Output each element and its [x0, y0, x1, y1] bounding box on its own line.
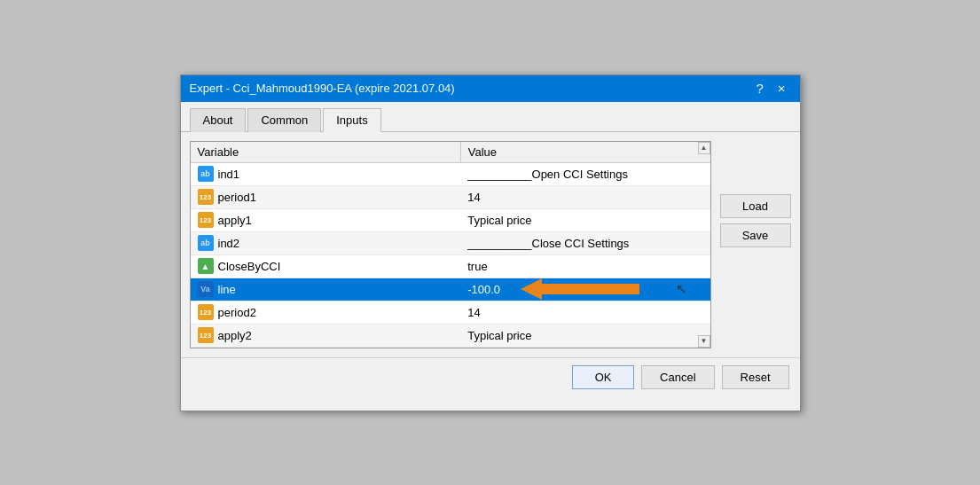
inputs-table-container: Variable Value ab ind1 __________Open CC…: [190, 141, 711, 348]
type-icon: 123: [198, 212, 214, 228]
cell-variable: 123 period1: [191, 185, 461, 208]
type-icon: ab: [198, 235, 214, 251]
type-icon: ab: [198, 166, 214, 182]
side-buttons: Load Save: [720, 141, 791, 348]
close-button[interactable]: ×: [772, 81, 791, 97]
cell-variable: 123 apply1: [191, 208, 461, 231]
cell-value: 14: [460, 301, 710, 324]
help-button[interactable]: ?: [750, 81, 768, 97]
type-icon: 123: [198, 304, 214, 320]
table-row[interactable]: ab ind2 __________Close CCI Settings: [191, 231, 710, 254]
table-scroll[interactable]: Variable Value ab ind1 __________Open CC…: [191, 142, 710, 348]
ok-button[interactable]: OK: [572, 365, 634, 389]
cell-value: true: [460, 254, 710, 278]
cell-variable: ab ind2: [191, 231, 461, 254]
load-button[interactable]: Load: [720, 194, 791, 218]
cell-value: __________Close CCI Settings: [460, 231, 710, 254]
footer: OK Cancel Reset: [181, 357, 800, 396]
table-row[interactable]: 123 period1 14: [191, 185, 710, 208]
cell-value: -100.0 ↖: [460, 278, 710, 301]
table-row[interactable]: 123 apply2 Typical price: [191, 324, 710, 347]
tab-about[interactable]: About: [190, 108, 247, 132]
tab-inputs[interactable]: Inputs: [323, 108, 380, 132]
type-icon: 123: [198, 189, 214, 205]
tabs-bar: About Common Inputs: [181, 102, 800, 132]
scroll-down-arrow[interactable]: ▼: [698, 335, 710, 348]
cell-variable: Va line: [191, 278, 461, 301]
cell-value: __________Open CCI Settings: [460, 162, 710, 185]
cell-value: Typical price: [460, 324, 710, 347]
cell-value: 14: [460, 185, 710, 208]
save-button[interactable]: Save: [720, 223, 791, 247]
title-bar: Expert - Cci_Mahmoud1990-EA (expire 2021…: [181, 75, 800, 102]
cell-value: Typical price: [460, 208, 710, 231]
col-header-value: Value: [460, 142, 710, 163]
reset-button[interactable]: Reset: [722, 365, 789, 389]
cell-variable: ab ind1: [191, 162, 461, 185]
table-row[interactable]: ▲ CloseByCCI true: [191, 254, 710, 278]
tab-common[interactable]: Common: [247, 108, 321, 132]
table-row[interactable]: Va line -100.0 ↖: [191, 278, 710, 301]
col-header-variable: Variable: [191, 142, 461, 163]
cancel-button[interactable]: Cancel: [641, 365, 714, 389]
cell-variable: ▲ CloseByCCI: [191, 254, 461, 278]
title-controls: ? ×: [750, 81, 790, 97]
scroll-up-arrow[interactable]: ▲: [698, 142, 710, 154]
table-row[interactable]: 123 period2 14: [191, 301, 710, 324]
dialog-window: Expert - Cci_Mahmoud1990-EA (expire 2021…: [180, 74, 801, 411]
table-body: ab ind1 __________Open CCI Settings 123 …: [191, 162, 710, 347]
cell-variable: 123 apply2: [191, 324, 461, 347]
table-row[interactable]: 123 apply1 Typical price: [191, 208, 710, 231]
cell-variable: 123 period2: [191, 301, 461, 324]
inputs-table: Variable Value ab ind1 __________Open CC…: [191, 142, 710, 348]
type-icon: 123: [198, 327, 214, 343]
table-row[interactable]: ab ind1 __________Open CCI Settings: [191, 162, 710, 185]
window-title: Expert - Cci_Mahmoud1990-EA (expire 2021…: [190, 82, 455, 95]
type-icon: Va: [198, 281, 214, 297]
type-icon: ▲: [198, 258, 214, 274]
content-area: Variable Value ab ind1 __________Open CC…: [181, 132, 800, 357]
